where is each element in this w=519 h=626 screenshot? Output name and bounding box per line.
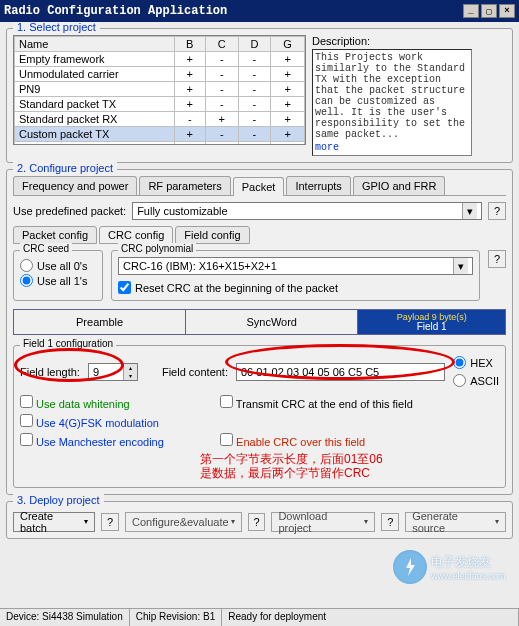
manchester-encoding-checkbox[interactable] — [20, 433, 33, 446]
frame-preamble[interactable]: Preamble — [14, 310, 186, 334]
table-cell: - — [174, 142, 205, 146]
section3-legend: 3. Deploy project — [13, 494, 104, 506]
table-header[interactable]: G — [271, 37, 305, 52]
table-row[interactable]: PN9+--+ — [15, 82, 305, 97]
description-label: Description: — [312, 35, 472, 47]
data-whitening-label: Use data whitening — [36, 398, 130, 410]
chevron-down-icon: ▾ — [84, 517, 88, 526]
table-header[interactable]: C — [205, 37, 238, 52]
predefined-packet-value: Fully customizable — [137, 205, 227, 217]
subtab-field-config[interactable]: Field config — [175, 226, 249, 244]
table-header[interactable]: Name — [15, 37, 175, 52]
section-configure-project: 2. Configure project Frequency and power… — [6, 169, 513, 495]
table-cell: - — [205, 52, 238, 67]
spin-up-icon[interactable]: ▴ — [123, 364, 137, 372]
crc-polynomial-select[interactable]: CRC-16 (IBM): X16+X15+X2+1 ▾ — [118, 257, 473, 275]
table-cell: + — [271, 97, 305, 112]
enable-crc-label: Enable CRC over this field — [236, 436, 365, 448]
description-content: This Projects work similarly to the Stan… — [315, 52, 465, 140]
table-row[interactable]: Unmodulated carrier+--+ — [15, 67, 305, 82]
table-cell: Custom packet TX — [15, 127, 175, 142]
packet-frame-strip: Preamble SyncWord Payload 9 byte(s) Fiel… — [13, 309, 506, 335]
help-button[interactable]: ? — [381, 513, 399, 531]
table-cell: PN9 — [15, 82, 175, 97]
table-row[interactable]: Empty framework+--+ — [15, 52, 305, 67]
spin-down-icon[interactable]: ▾ — [123, 372, 137, 380]
create-batch-button[interactable]: Create batch▾ — [13, 512, 95, 532]
download-project-button[interactable]: Download project▾ — [271, 512, 375, 532]
table-cell: Standard packet RX — [15, 112, 175, 127]
subtab-packet-config[interactable]: Packet config — [13, 226, 97, 244]
table-row[interactable]: Standard packet RX-+-+ — [15, 112, 305, 127]
fsk-modulation-checkbox[interactable] — [20, 414, 33, 427]
table-cell: + — [271, 112, 305, 127]
tab-interrupts[interactable]: Interrupts — [286, 176, 350, 195]
table-cell: + — [271, 142, 305, 146]
predefined-packet-label: Use predefined packet: — [13, 205, 126, 217]
table-header[interactable]: D — [238, 37, 271, 52]
enable-crc-checkbox[interactable] — [220, 433, 233, 446]
crc-seed-all-zeros-radio[interactable] — [20, 259, 33, 272]
generate-source-button[interactable]: Generate source▾ — [405, 512, 506, 532]
description-more-link[interactable]: more — [315, 142, 339, 153]
predefined-packet-select[interactable]: Fully customizable ▾ — [132, 202, 482, 220]
section2-legend: 2. Configure project — [13, 162, 117, 174]
window-titlebar: Radio Configuration Application _ ▢ × — [0, 0, 519, 22]
section-select-project: 1. Select project NameBCDG Empty framewo… — [6, 28, 513, 163]
crc-seed-all-ones-radio[interactable] — [20, 274, 33, 287]
configure-evaluate-button[interactable]: Configure&evaluate▾ — [125, 512, 242, 532]
help-button[interactable]: ? — [488, 202, 506, 220]
table-cell: + — [174, 82, 205, 97]
table-cell: + — [174, 127, 205, 142]
maximize-button[interactable]: ▢ — [481, 4, 497, 18]
frame-syncword[interactable]: SyncWord — [186, 310, 358, 334]
minimize-button[interactable]: _ — [463, 4, 479, 18]
tab-rf-parameters[interactable]: RF parameters — [139, 176, 230, 195]
table-header[interactable]: B — [174, 37, 205, 52]
description-text: This Projects work similarly to the Stan… — [312, 49, 472, 156]
crc-seed-all-zeros-label: Use all 0's — [37, 260, 87, 272]
table-cell: - — [238, 127, 271, 142]
watermark-chinese: 电子发烧友 — [431, 554, 506, 571]
help-button[interactable]: ? — [248, 513, 266, 531]
tab-packet[interactable]: Packet — [233, 177, 285, 196]
manchester-encoding-label: Use Manchester encoding — [36, 436, 164, 448]
fsk-modulation-label: Use 4(G)FSK modulation — [36, 417, 159, 429]
table-row[interactable]: Custom packet RX-+-+ — [15, 142, 305, 146]
annotation-circle — [225, 344, 455, 380]
watermark: 电子发烧友 www.elecfans.com — [393, 548, 513, 588]
table-row[interactable]: Standard packet TX+--+ — [15, 97, 305, 112]
tab-gpio-and-frr[interactable]: GPIO and FRR — [353, 176, 446, 195]
table-row[interactable]: Custom packet TX+--+ — [15, 127, 305, 142]
frame-field1[interactable]: Payload 9 byte(s) Field 1 — [358, 310, 505, 334]
table-cell: - — [238, 67, 271, 82]
format-ascii-radio[interactable] — [453, 374, 466, 387]
table-cell: + — [271, 82, 305, 97]
close-button[interactable]: × — [499, 4, 515, 18]
chevron-down-icon: ▾ — [364, 517, 368, 526]
section-deploy-project: 3. Deploy project Create batch▾?Configur… — [6, 501, 513, 539]
reset-crc-checkbox[interactable] — [118, 281, 131, 294]
format-hex-radio[interactable] — [453, 356, 466, 369]
window-title: Radio Configuration Application — [4, 4, 463, 18]
chevron-down-icon: ▾ — [495, 517, 499, 526]
table-cell: + — [174, 67, 205, 82]
annotation-note-line2: 是数据，最后两个字节留作CRC — [200, 466, 499, 480]
table-cell: - — [205, 97, 238, 112]
crc-seed-group: CRC seed Use all 0's Use all 1's — [13, 250, 103, 301]
help-button[interactable]: ? — [488, 250, 506, 268]
help-button[interactable]: ? — [101, 513, 119, 531]
table-cell: + — [271, 127, 305, 142]
tab-frequency-and-power[interactable]: Frequency and power — [13, 176, 137, 195]
project-table[interactable]: NameBCDG Empty framework+--+Unmodulated … — [13, 35, 306, 145]
crc-polynomial-group: CRC polynomial CRC-16 (IBM): X16+X15+X2+… — [111, 250, 480, 301]
chevron-down-icon: ▾ — [231, 517, 235, 526]
transmit-crc-checkbox[interactable] — [220, 395, 233, 408]
data-whitening-checkbox[interactable] — [20, 395, 33, 408]
crc-seed-all-ones-label: Use all 1's — [37, 275, 87, 287]
crc-polynomial-value: CRC-16 (IBM): X16+X15+X2+1 — [123, 260, 277, 272]
table-cell: + — [205, 112, 238, 127]
subtab-crc-config[interactable]: CRC config — [99, 226, 173, 244]
table-cell: + — [271, 67, 305, 82]
status-bar: Device: Si4438 Simulation Chip Revision:… — [0, 608, 519, 626]
